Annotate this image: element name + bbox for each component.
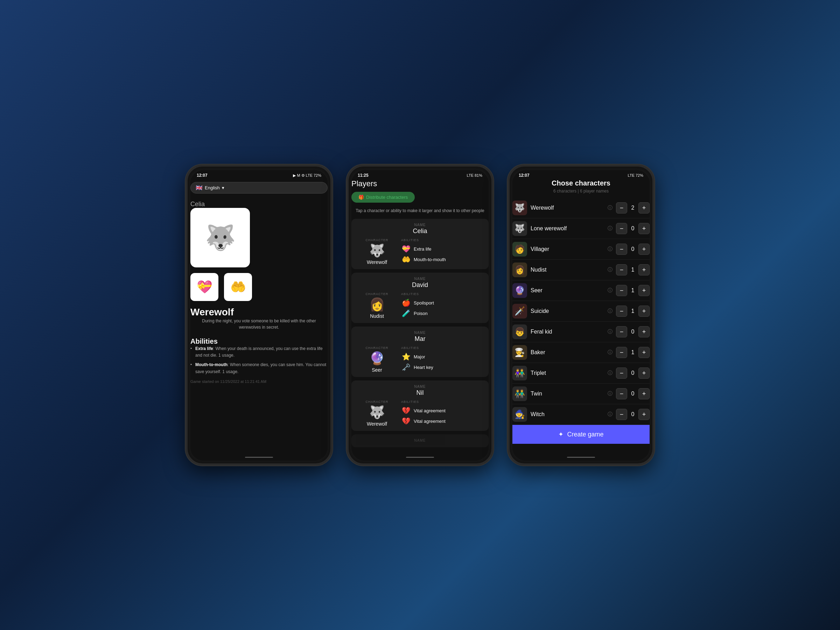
decrement-btn-1[interactable]: − xyxy=(616,223,627,234)
player-name-mar: Mar xyxy=(356,335,484,343)
increment-btn-5[interactable]: + xyxy=(638,306,650,317)
char-row-twin: 👬 Twin ⓘ − 0 + xyxy=(512,384,650,404)
abilities-mar: ABILITIES ⭐ Major 🗝️ Heart key xyxy=(401,346,484,371)
status-icons-3: LTE 72% xyxy=(628,173,643,177)
increment-btn-3[interactable]: + xyxy=(638,264,650,275)
decrement-btn-6[interactable]: − xyxy=(616,326,627,337)
char-icon-1: 🐺 xyxy=(512,221,527,236)
char-info-7[interactable]: ⓘ xyxy=(608,349,613,355)
counter-10: − 0 + xyxy=(616,409,650,420)
language-label: English xyxy=(205,185,220,190)
name-label-celia: NAME xyxy=(356,223,484,227)
increment-btn-7[interactable]: + xyxy=(638,347,650,358)
mail-icon: M xyxy=(297,173,300,177)
char-info-4[interactable]: ⓘ xyxy=(608,287,613,294)
increment-btn-10[interactable]: + xyxy=(638,409,650,420)
char-info-5[interactable]: ⓘ xyxy=(608,308,613,314)
char-icon-6: 👦 xyxy=(512,324,527,339)
decrement-btn-8[interactable]: − xyxy=(616,368,627,379)
char-row-villager: 🧑 Villager ⓘ − 0 + xyxy=(512,239,650,260)
counter-val-7: 1 xyxy=(630,349,636,355)
char-name-1: Lone werewolf xyxy=(531,226,603,232)
counter-val-8: 0 xyxy=(630,370,636,376)
char-info-0[interactable]: ⓘ xyxy=(608,205,613,211)
increment-btn-4[interactable]: + xyxy=(638,285,650,296)
extra-life-icon[interactable]: 💝 xyxy=(190,273,218,301)
increment-btn-0[interactable]: + xyxy=(638,202,650,213)
decrement-btn-4[interactable]: − xyxy=(616,285,627,296)
character-list: 🐺 Werewolf ⓘ − 2 + 🐺 Lone werewolf ⓘ − 0… xyxy=(512,198,650,425)
ability-row-2-0[interactable]: ⭐ Major xyxy=(401,352,484,361)
decrement-btn-5[interactable]: − xyxy=(616,306,627,317)
char-david: CHARACTER 👩 Nudist xyxy=(356,292,398,319)
ability-row-0-0[interactable]: 💝 Extra life xyxy=(401,245,484,253)
ability-row-3-0[interactable]: 💔 Vital agreement xyxy=(401,406,484,415)
screen-content-3: Chose characters 6 characters | 6 player… xyxy=(512,179,650,453)
distribute-characters-button[interactable]: 🎁 Distribute characters xyxy=(351,192,415,203)
char-info-6[interactable]: ⓘ xyxy=(608,328,613,335)
create-game-button[interactable]: ✦ Create game xyxy=(512,425,650,444)
char-info-3[interactable]: ⓘ xyxy=(608,267,613,273)
decrement-btn-7[interactable]: − xyxy=(616,347,627,358)
time-3: 12:07 xyxy=(519,173,529,178)
counter-val-10: 0 xyxy=(630,411,636,418)
player-card-mar[interactable]: NAME Mar CHARACTER 🔮 Seer ABILITIES ⭐ Ma… xyxy=(351,327,489,377)
increment-btn-6[interactable]: + xyxy=(638,326,650,337)
increment-btn-2[interactable]: + xyxy=(638,243,650,255)
char-name-9: Twin xyxy=(531,391,603,397)
counter-val-2: 0 xyxy=(630,246,636,253)
char-info-8[interactable]: ⓘ xyxy=(608,370,613,376)
abilities-title-1: Abilities xyxy=(190,337,218,345)
language-button[interactable]: 🇬🇧 English ▾ xyxy=(190,182,328,194)
abilities-celia: ABILITIES 💝 Extra life 🤲 Mouth-to-mouth xyxy=(401,238,484,264)
abilities-nil: ABILITIES 💔 Vital agreement 💔 Vital agre… xyxy=(401,400,484,425)
player-card-david[interactable]: NAME David CHARACTER 👩 Nudist ABILITIES … xyxy=(351,273,489,323)
char-name-3: Nudist xyxy=(531,267,603,273)
char-icon-0: 🐺 xyxy=(512,201,527,215)
ability-extra-life: Extra life: When your death is announced… xyxy=(190,346,328,359)
ability-row-0-1[interactable]: 🤲 Mouth-to-mouth xyxy=(401,255,484,264)
increment-btn-8[interactable]: + xyxy=(638,368,650,379)
char-icon-5: 🗡️ xyxy=(512,304,527,319)
decrement-btn-10[interactable]: − xyxy=(616,409,627,420)
player-card-partial[interactable]: NAME xyxy=(351,434,489,447)
increment-btn-9[interactable]: + xyxy=(638,388,650,399)
increment-btn-1[interactable]: + xyxy=(638,223,650,234)
sparkle-icon: ✦ xyxy=(558,431,564,438)
mouth-to-mouth-icon[interactable]: 🤲 xyxy=(224,273,252,301)
char-info-2[interactable]: ⓘ xyxy=(608,246,613,253)
time-2: 11:25 xyxy=(358,173,369,178)
char-row-suicide: 🗡️ Suicide ⓘ − 1 + xyxy=(512,301,650,322)
network-icon-3: LTE xyxy=(628,173,635,177)
ability-row-1-0[interactable]: 🍎 Spoilsport xyxy=(401,298,484,307)
decrement-btn-3[interactable]: − xyxy=(616,264,627,275)
counter-7: − 1 + xyxy=(616,347,650,358)
character-image-1[interactable]: 🐺 xyxy=(190,208,250,267)
char-row-nudist: 👩 Nudist ⓘ − 1 + xyxy=(512,260,650,280)
decrement-btn-2[interactable]: − xyxy=(616,243,627,255)
char-row-feral-kid: 👦 Feral kid ⓘ − 0 + xyxy=(512,322,650,342)
bottom-bar-2 xyxy=(351,453,489,461)
network-icon-2: LTE xyxy=(467,173,474,177)
player-card-celia[interactable]: NAME Celia CHARACTER 🐺 Werewolf ABILITIE… xyxy=(351,219,489,269)
ability-row-3-1[interactable]: 💔 Vital agreement xyxy=(401,417,484,425)
decrement-btn-0[interactable]: − xyxy=(616,202,627,213)
flag-icon: 🇬🇧 xyxy=(196,185,203,191)
abilities-icons-1: 💝 🤲 xyxy=(190,273,328,301)
name-label-david: NAME xyxy=(356,277,484,281)
bottom-indicator-2 xyxy=(406,457,434,458)
player-name-1: Celia xyxy=(190,201,205,208)
char-info-1[interactable]: ⓘ xyxy=(608,226,613,232)
counter-val-6: 0 xyxy=(630,328,636,335)
phone-2: 11:25 LTE 81% Players 🎁 Distribute chara… xyxy=(346,164,494,466)
player-name-nil: Nil xyxy=(356,389,484,396)
counter-val-0: 2 xyxy=(630,205,636,211)
char-info-10[interactable]: ⓘ xyxy=(608,411,613,418)
char-info-9[interactable]: ⓘ xyxy=(608,391,613,397)
ability-row-2-1[interactable]: 🗝️ Heart key xyxy=(401,363,484,371)
char-row-lone-werewolf: 🐺 Lone werewolf ⓘ − 0 + xyxy=(512,218,650,239)
time-1: 12:07 xyxy=(197,173,208,178)
player-card-nil[interactable]: NAME Nil CHARACTER 🐺 Werewolf ABILITIES … xyxy=(351,381,489,431)
ability-row-1-1[interactable]: 🧪 Poison xyxy=(401,309,484,317)
decrement-btn-9[interactable]: − xyxy=(616,388,627,399)
